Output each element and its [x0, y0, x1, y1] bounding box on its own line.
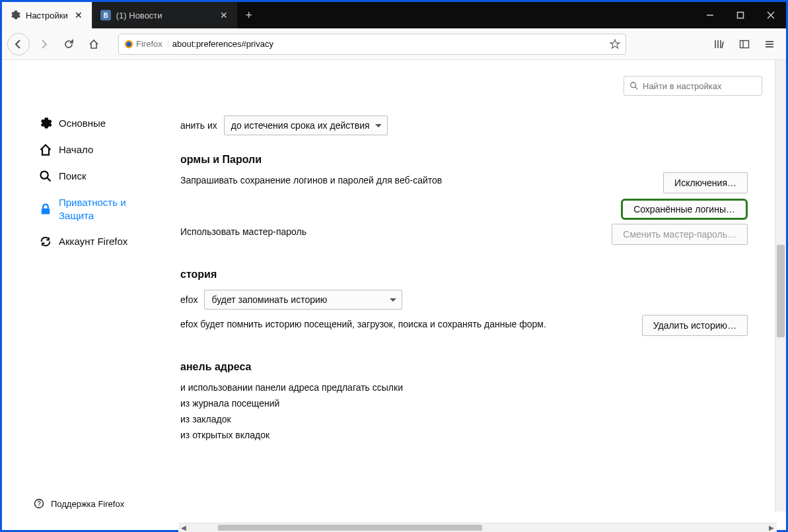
titlebar: Настройки ✕ B (1) Новости ✕ +: [2, 2, 786, 28]
section-forms-passwords: ормы и Пароли: [180, 154, 760, 166]
dropdown-value: до истечения срока их действия: [231, 120, 370, 131]
sidebar-item-label: Основные: [59, 117, 106, 130]
support-link[interactable]: ? Поддержка Firefox: [34, 498, 124, 509]
vertical-scrollbar[interactable]: [775, 60, 786, 512]
sidebar-button[interactable]: [733, 33, 756, 55]
search-placeholder: Найти в настройках: [643, 81, 722, 91]
url-text: about:preferences#privacy: [172, 39, 606, 49]
navigation-toolbar: Firefox about:preferences#privacy: [2, 28, 786, 60]
search-icon: [39, 170, 52, 183]
svg-point-15: [41, 172, 48, 179]
ask-save-logins-label: Запрашивать сохранение логинов и паролей…: [180, 175, 442, 185]
sidebar-item-home[interactable]: Начало: [34, 137, 166, 163]
history-prefix: efox: [180, 294, 197, 305]
addressbar-opt-history: из журнала посещений: [180, 398, 279, 409]
addressbar-opt-opentabs: из открытых вкладок: [180, 430, 269, 440]
back-button[interactable]: [7, 33, 30, 55]
sidebar-item-general[interactable]: Основные: [34, 110, 166, 137]
svg-rect-3: [738, 13, 744, 18]
scroll-left-icon[interactable]: ◀: [178, 523, 189, 532]
horizontal-scrollbar[interactable]: ◀ ▶: [178, 523, 777, 532]
close-window-button[interactable]: [756, 2, 786, 28]
dropdown-value: будет запоминать историю: [211, 294, 327, 305]
search-settings-input[interactable]: Найти в настройках: [624, 76, 762, 96]
library-button[interactable]: [708, 33, 731, 55]
scroll-right-icon[interactable]: ▶: [766, 523, 777, 532]
sync-icon: [39, 235, 52, 248]
history-description: efox будет помнить историю посещений, за…: [180, 319, 546, 329]
saved-logins-button[interactable]: Сохранённые логины…: [621, 199, 748, 220]
svg-line-14: [635, 87, 638, 90]
help-icon: ?: [34, 498, 44, 509]
svg-line-16: [48, 178, 51, 182]
identity-box[interactable]: Firefox: [124, 39, 168, 49]
sidebar-item-label: Приватность и Защита: [59, 196, 161, 222]
bookmark-star-icon[interactable]: [610, 39, 620, 50]
tab-label: (1) Новости: [116, 11, 162, 20]
window-controls: [695, 2, 786, 28]
identity-label: Firefox: [136, 39, 162, 49]
tab-close-icon[interactable]: ✕: [73, 10, 84, 20]
use-master-password-label: Использовать мастер-пароль: [180, 226, 306, 237]
section-addressbar: анель адреса: [180, 361, 760, 373]
preferences-page: Найти в настройках Основные Начало Поиск…: [2, 60, 786, 521]
minimize-button[interactable]: [695, 2, 725, 28]
forward-button: [32, 33, 55, 55]
gear-icon: [10, 10, 20, 20]
tab-settings[interactable]: Настройки ✕: [2, 2, 92, 28]
svg-rect-17: [42, 208, 50, 214]
scrollbar-thumb[interactable]: [777, 245, 785, 337]
section-history: стория: [180, 269, 760, 281]
vk-icon: B: [100, 10, 111, 20]
menu-button[interactable]: [758, 33, 781, 55]
svg-text:B: B: [103, 12, 108, 19]
history-mode-dropdown[interactable]: будет запоминать историю: [204, 290, 402, 310]
url-bar[interactable]: Firefox about:preferences#privacy: [118, 34, 626, 55]
reload-button[interactable]: [57, 33, 80, 55]
tab-label: Настройки: [26, 11, 68, 20]
change-master-password-button: Сменить мастер-пароль…: [612, 224, 748, 245]
support-label: Поддержка Firefox: [51, 499, 124, 509]
gear-icon: [39, 117, 52, 130]
new-tab-button[interactable]: +: [237, 2, 261, 28]
addressbar-intro: и использовании панели адреса предлагать…: [180, 382, 403, 393]
svg-text:?: ?: [37, 500, 41, 508]
search-icon: [629, 81, 639, 90]
sidebar-item-sync[interactable]: Аккаунт Firefox: [34, 228, 166, 255]
firefox-icon: [124, 40, 133, 49]
scrollbar-thumb[interactable]: [218, 525, 482, 531]
tab-vk-news[interactable]: B (1) Новости ✕: [92, 2, 237, 28]
category-sidebar: Основные Начало Поиск Приватность и Защи…: [34, 110, 166, 255]
prefs-main: анить их до истечения срока их действия …: [180, 113, 760, 521]
lock-icon: [39, 203, 52, 216]
exceptions-button[interactable]: Исключения…: [663, 172, 748, 193]
tab-close-icon[interactable]: ✕: [219, 10, 229, 20]
svg-point-13: [631, 83, 636, 88]
home-button[interactable]: [83, 33, 105, 55]
sidebar-item-privacy[interactable]: Приватность и Защита: [34, 189, 166, 228]
clear-history-button[interactable]: Удалить историю…: [642, 315, 748, 336]
addressbar-opt-bookmarks: из закладок: [180, 414, 231, 424]
home-icon: [39, 143, 52, 156]
svg-rect-8: [740, 40, 749, 48]
sidebar-item-label: Аккаунт Firefox: [59, 235, 127, 248]
svg-point-7: [127, 42, 131, 46]
keep-cookies-dropdown[interactable]: до истечения срока их действия: [224, 116, 388, 135]
keep-cookies-label: анить их: [180, 120, 217, 131]
sidebar-item-search[interactable]: Поиск: [34, 163, 166, 189]
sidebar-item-label: Поиск: [59, 170, 87, 183]
sidebar-item-label: Начало: [59, 143, 93, 156]
maximize-button[interactable]: [725, 2, 756, 28]
